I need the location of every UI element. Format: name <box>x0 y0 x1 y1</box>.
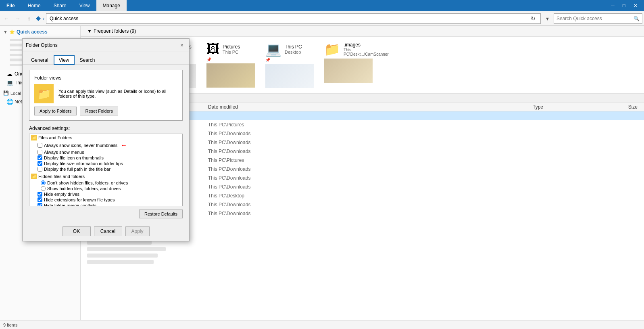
dialog-cancel-button[interactable]: Cancel <box>94 226 122 236</box>
folder-views-title: Folder views <box>34 75 177 81</box>
label-dont-show-hidden: Don't show hidden files, folders, or dri… <box>47 180 128 185</box>
dialog-apply-button[interactable]: Apply <box>125 226 150 236</box>
checkbox-always-show-menus[interactable] <box>38 150 42 155</box>
label-hide-empty-drives: Hide empty drives <box>44 192 79 197</box>
checkbox-always-show-icons[interactable] <box>38 143 42 148</box>
red-arrow-indicator: ← <box>121 142 127 149</box>
label-display-file-icon: Display file icon on thumbnails <box>44 155 104 160</box>
label-display-filesize: Display file size information in folder … <box>44 161 123 166</box>
folder-views-section: Folder views 📁 You can apply this view (… <box>29 70 183 121</box>
dialog-tab-view[interactable]: View <box>54 55 75 65</box>
reset-folders-button[interactable]: Reset Folders <box>80 107 118 115</box>
dialog-tab-general[interactable]: General <box>26 55 54 65</box>
dialog-tabs: General View Search <box>23 52 189 65</box>
label-display-full-path: Display the full path in the title bar <box>44 167 110 172</box>
dialog-body: Folder views 📁 You can apply this view (… <box>23 65 189 223</box>
label-always-show-icons: Always show icons, never thumbnails <box>44 143 117 148</box>
setting-display-filesize-info[interactable]: Display file size information in folder … <box>29 161 182 166</box>
checkbox-display-file-icon[interactable] <box>38 155 42 160</box>
folder-views-content: 📁 You can apply this view (such as Detai… <box>34 84 177 103</box>
folder-views-buttons: Apply to Folders Reset Folders <box>34 107 177 115</box>
category-folder-icon: 📁 <box>31 135 37 140</box>
restore-defaults-button[interactable]: Restore Defaults <box>139 210 183 218</box>
checkbox-hide-extensions[interactable] <box>38 197 42 202</box>
hidden-files-label: Hidden files and folders <box>38 174 85 179</box>
label-always-show-menus: Always show menus <box>44 150 84 155</box>
checkbox-display-filesize[interactable] <box>38 161 42 166</box>
dialog-bottom-buttons: OK Cancel Apply <box>23 223 189 241</box>
setting-display-file-icon[interactable]: Display file icon on thumbnails <box>29 155 182 161</box>
setting-hide-extensions[interactable]: Hide extensions for known file types <box>29 197 182 203</box>
advanced-settings-area: Advanced settings: 📁 Files and Folders A… <box>29 126 183 206</box>
radio-dont-show-hidden[interactable] <box>41 180 46 185</box>
setting-always-show-icons[interactable]: Always show icons, never thumbnails ← <box>29 141 182 149</box>
category-files-folders: 📁 Files and Folders <box>29 134 182 141</box>
restore-defaults-container: Restore Defaults <box>29 210 183 218</box>
settings-list[interactable]: 📁 Files and Folders Always show icons, n… <box>29 134 183 206</box>
advanced-settings-label: Advanced settings: <box>29 126 183 131</box>
dialog-titlebar: Folder Options × <box>23 39 189 52</box>
dialog-close-button[interactable]: × <box>178 41 186 49</box>
label-show-hidden: Show hidden files, folders, and drives <box>47 186 121 191</box>
setting-show-hidden[interactable]: Show hidden files, folders, and drives <box>29 186 182 191</box>
folder-icon-large: 📁 <box>34 84 54 103</box>
category-label: Files and Folders <box>38 135 72 140</box>
checkbox-hide-merge-conflicts[interactable] <box>38 203 42 206</box>
dialog-ok-button[interactable]: OK <box>63 226 91 236</box>
settings-scroll[interactable]: 📁 Files and Folders Always show icons, n… <box>29 134 182 206</box>
radio-show-hidden[interactable] <box>41 186 46 191</box>
folder-views-description: You can apply this view (such as Details… <box>58 89 177 98</box>
setting-display-full-path[interactable]: Display the full path in the title bar <box>29 166 182 172</box>
apply-to-folders-button[interactable]: Apply to Folders <box>34 107 77 115</box>
setting-hide-empty-drives[interactable]: Hide empty drives <box>29 191 182 197</box>
setting-always-show-menus[interactable]: Always show menus <box>29 149 182 155</box>
label-hide-extensions: Hide extensions for known file types <box>44 197 115 202</box>
label-hide-merge-conflicts: Hide folder merge conflicts <box>44 203 96 206</box>
setting-dont-show-hidden[interactable]: Don't show hidden files, folders, or dri… <box>29 180 182 186</box>
setting-hide-merge-conflicts[interactable]: Hide folder merge conflicts <box>29 203 182 206</box>
hidden-folder-icon: 📁 <box>31 174 37 179</box>
dialog-tab-search[interactable]: Search <box>75 55 100 65</box>
dialog-title: Folder Options <box>26 42 58 48</box>
folder-options-dialog: Folder Options × General View Search Fol… <box>22 38 190 241</box>
category-hidden-files: 📁 Hidden files and folders <box>29 173 182 180</box>
checkbox-display-full-path[interactable] <box>38 167 42 172</box>
checkbox-hide-empty-drives[interactable] <box>38 192 42 197</box>
modal-overlay: Folder Options × General View Search Fol… <box>0 0 644 329</box>
